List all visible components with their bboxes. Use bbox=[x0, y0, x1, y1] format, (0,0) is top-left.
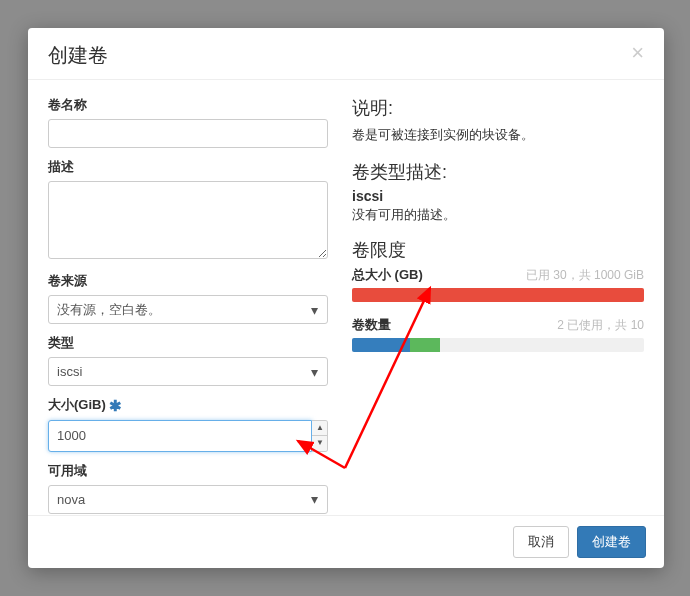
modal-header: 创建卷 × bbox=[28, 28, 664, 80]
field-description: 描述 bbox=[48, 158, 328, 262]
voltype-desc-heading: 卷类型描述: bbox=[352, 160, 644, 184]
input-volume-name[interactable] bbox=[48, 119, 328, 148]
quota-count-usage: 2 已使用，共 10 bbox=[557, 317, 644, 334]
quota-size-row: 总大小 (GB) 已用 30，共 1000 GiB bbox=[352, 266, 644, 284]
textarea-description[interactable] bbox=[48, 181, 328, 259]
voltype-desc-text: 没有可用的描述。 bbox=[352, 206, 644, 224]
required-asterisk-icon: ✱ bbox=[109, 397, 122, 414]
label-availability-zone: 可用域 bbox=[48, 462, 328, 480]
description-text: 卷是可被连接到实例的块设备。 bbox=[352, 126, 644, 144]
spinner-buttons: ▲ ▼ bbox=[312, 420, 328, 452]
spinner-down-button[interactable]: ▼ bbox=[312, 436, 328, 451]
close-button[interactable]: × bbox=[631, 42, 644, 64]
select-source[interactable]: 没有源，空白卷。 bbox=[48, 295, 328, 324]
modal-body: 卷名称 描述 卷来源 没有源，空白卷。 ▾ 类型 bbox=[28, 80, 664, 515]
quota-count-bar bbox=[352, 338, 644, 352]
quota-heading: 卷限度 bbox=[352, 238, 644, 262]
quota-size-usage: 已用 30，共 1000 GiB bbox=[526, 267, 644, 284]
quota-count-row: 卷数量 2 已使用，共 10 bbox=[352, 316, 644, 334]
voltype-name: iscsi bbox=[352, 188, 644, 204]
field-volume-name: 卷名称 bbox=[48, 96, 328, 148]
field-type: 类型 iscsi ▾ bbox=[48, 334, 328, 386]
description-heading: 说明: bbox=[352, 96, 644, 120]
quota-size-bar-used bbox=[352, 288, 644, 302]
info-column: 说明: 卷是可被连接到实例的块设备。 卷类型描述: iscsi 没有可用的描述。… bbox=[352, 96, 644, 505]
quota-count-label: 卷数量 bbox=[352, 316, 391, 334]
quota-count-bar-requested bbox=[410, 338, 439, 352]
modal-title: 创建卷 bbox=[48, 42, 108, 69]
modal-footer: 取消 创建卷 bbox=[28, 515, 664, 568]
field-source: 卷来源 没有源，空白卷。 ▾ bbox=[48, 272, 328, 324]
select-availability-zone[interactable]: nova bbox=[48, 485, 328, 514]
field-availability-zone: 可用域 nova ▾ bbox=[48, 462, 328, 514]
quota-size-label: 总大小 (GB) bbox=[352, 266, 423, 284]
create-volume-modal: 创建卷 × 卷名称 描述 卷来源 没有源，空白卷。 ▾ bbox=[28, 28, 664, 568]
select-type[interactable]: iscsi bbox=[48, 357, 328, 386]
input-size[interactable] bbox=[48, 420, 312, 452]
form-column: 卷名称 描述 卷来源 没有源，空白卷。 ▾ 类型 bbox=[48, 96, 328, 505]
quota-size-bar bbox=[352, 288, 644, 302]
spinner-up-button[interactable]: ▲ bbox=[312, 421, 328, 436]
label-volume-name: 卷名称 bbox=[48, 96, 328, 114]
submit-button[interactable]: 创建卷 bbox=[577, 526, 646, 558]
label-size-text: 大小(GiB) bbox=[48, 397, 106, 412]
cancel-button[interactable]: 取消 bbox=[513, 526, 569, 558]
label-type: 类型 bbox=[48, 334, 328, 352]
quota-count-bar-used bbox=[352, 338, 410, 352]
field-size: 大小(GiB) ✱ ▲ ▼ bbox=[48, 396, 328, 452]
label-description: 描述 bbox=[48, 158, 328, 176]
label-source: 卷来源 bbox=[48, 272, 328, 290]
label-size: 大小(GiB) ✱ bbox=[48, 396, 328, 415]
